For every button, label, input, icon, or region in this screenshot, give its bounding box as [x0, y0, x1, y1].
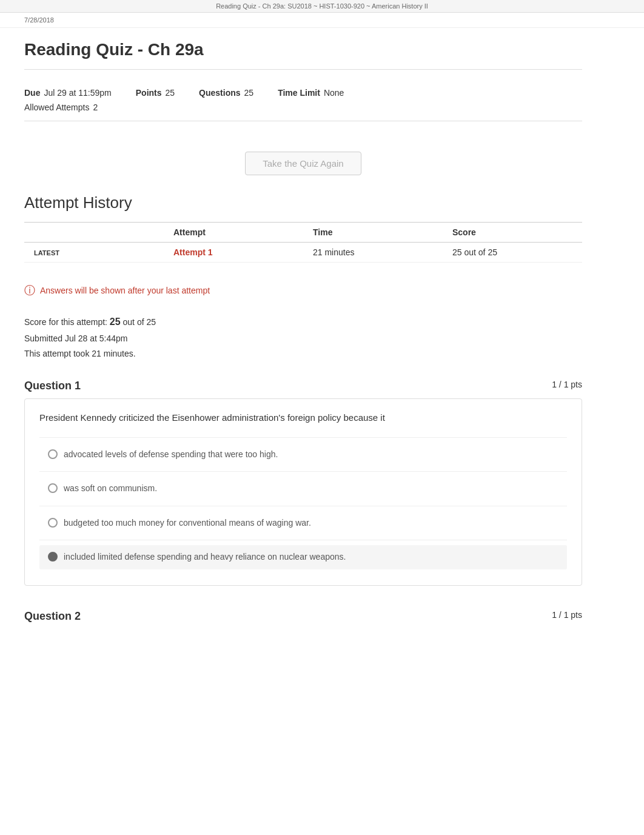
take-quiz-section: Take the Quiz Again — [24, 133, 582, 193]
answers-notice: ⓘ Answers will be shown after your last … — [24, 277, 582, 304]
quiz-questions: Questions 25 — [199, 88, 253, 98]
answer-text: budgeted too much money for conventional… — [64, 517, 311, 529]
browser-tab-title: Reading Quiz - Ch 29a: SU2018 ~ HIST-103… — [216, 2, 428, 10]
question-header: Question 21 / 1 pts — [24, 604, 582, 629]
take-quiz-again-button[interactable]: Take the Quiz Again — [245, 152, 361, 175]
score-line: Score for this attempt: 25 out of 25 — [24, 314, 582, 331]
attempt-history-title: Attempt History — [24, 193, 582, 212]
quiz-allowed-attempts: Allowed Attempts 2 — [24, 102, 582, 112]
score-prefix: Score for this attempt: — [24, 317, 110, 327]
attempt-history-section: Attempt History Attempt Time Score LATES… — [24, 193, 582, 263]
answer-option: was soft on communism. — [39, 477, 567, 501]
page-date: 7/28/2018 — [24, 16, 54, 24]
question-block: Question 21 / 1 pts — [24, 604, 582, 629]
questions-label: Questions — [199, 88, 240, 98]
question-title: Question 1 — [24, 380, 81, 392]
answer-text: was soft on communism. — [64, 483, 157, 495]
submitted-line: Submitted Jul 28 at 5:44pm — [24, 331, 582, 346]
due-label: Due — [24, 88, 40, 98]
radio-circle — [48, 483, 58, 493]
time-limit-label: Time Limit — [278, 88, 320, 98]
radio-circle — [48, 552, 58, 562]
radio-circle — [48, 518, 58, 528]
allowed-attempts-value: 2 — [93, 102, 98, 112]
question-header: Question 11 / 1 pts — [24, 374, 582, 398]
question-title: Question 2 — [24, 610, 81, 623]
question-pts: 1 / 1 pts — [552, 610, 582, 620]
attempt-score-cell: 25 out of 25 — [443, 243, 582, 263]
time-limit-value: None — [324, 88, 344, 98]
quiz-points: Points 25 — [136, 88, 175, 98]
questions-value: 25 — [244, 88, 254, 98]
attempt-time-cell: 21 minutes — [303, 243, 443, 263]
attempt-label: LATEST — [24, 243, 164, 263]
col-header-attempt: Attempt — [164, 223, 303, 243]
col-header-score: Score — [443, 223, 582, 243]
question-pts: 1 / 1 pts — [552, 380, 582, 389]
questions-container: Question 11 / 1 ptsPresident Kennedy cri… — [24, 374, 582, 629]
question-text: President Kennedy criticized the Eisenho… — [39, 411, 567, 425]
radio-circle — [48, 449, 58, 459]
notice-icon: ⓘ — [24, 283, 35, 298]
points-label: Points — [136, 88, 162, 98]
quiz-title: Reading Quiz - Ch 29a — [24, 40, 582, 70]
quiz-metadata: Due Jul 29 at 11:59pm Points 25 Question… — [24, 79, 582, 121]
answers-notice-text: Answers will be shown after your last at… — [40, 286, 210, 295]
answer-option: included limited defense spending and he… — [39, 545, 567, 569]
question-block: Question 11 / 1 ptsPresident Kennedy cri… — [24, 374, 582, 586]
answer-text: included limited defense spending and he… — [64, 551, 346, 563]
quiz-time-limit: Time Limit None — [278, 88, 344, 98]
allowed-attempts-label: Allowed Attempts — [24, 102, 89, 112]
quiz-due: Due Jul 29 at 11:59pm — [24, 88, 112, 98]
attempt-table: Attempt Time Score LATESTAttempt 121 min… — [24, 222, 582, 263]
col-header-time: Time — [303, 223, 443, 243]
answer-option: advocated levels of defense spending tha… — [39, 443, 567, 467]
question-card: President Kennedy criticized the Eisenho… — [24, 398, 582, 586]
duration-line: This attempt took 21 minutes. — [24, 346, 582, 361]
table-row: LATESTAttempt 121 minutes25 out of 25 — [24, 243, 582, 263]
answer-option: budgeted too much money for conventional… — [39, 511, 567, 535]
score-suffix: out of 25 — [121, 317, 156, 327]
score-bold: 25 — [110, 317, 121, 327]
attempt-link[interactable]: Attempt 1 — [173, 247, 213, 257]
score-info: Score for this attempt: 25 out of 25 Sub… — [24, 314, 582, 361]
due-value: Jul 29 at 11:59pm — [44, 88, 111, 98]
col-header-empty — [24, 223, 164, 243]
attempt-number-cell[interactable]: Attempt 1 — [164, 243, 303, 263]
answer-text: advocated levels of defense spending tha… — [64, 449, 278, 461]
latest-badge: LATEST — [34, 249, 59, 257]
points-value: 25 — [166, 88, 175, 98]
